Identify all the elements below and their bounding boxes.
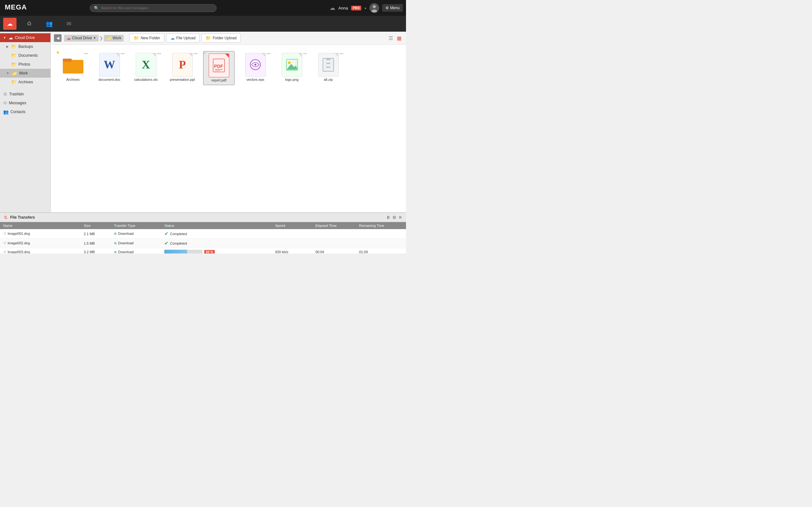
file-name-png: logo.png: [285, 78, 299, 81]
progress-fill: [164, 250, 187, 253]
checkmark-icon: ✔: [164, 240, 168, 246]
header-right: ☁ Anna PRO ● ⚙ Menu: [329, 3, 403, 13]
context-menu-icon[interactable]: •••: [194, 52, 198, 56]
nav-messages[interactable]: ✉: [63, 18, 75, 30]
list-view-button[interactable]: ☰: [387, 35, 394, 42]
transfer-row-status: 60 %: [161, 248, 272, 254]
svg-point-14: [288, 61, 291, 64]
breadcrumb-cloud-drive[interactable]: ☁ Cloud Drive ▼: [64, 35, 99, 42]
nav-cloud-drive[interactable]: ☁: [3, 18, 16, 30]
star-icon: ★: [202, 50, 206, 55]
sidebar-item-work[interactable]: ▼ 📁 Work: [0, 69, 50, 78]
gear-icon: ⚙: [386, 6, 389, 10]
transfer-row-remaining: [356, 229, 406, 239]
context-menu-icon[interactable]: •••: [120, 52, 125, 56]
svg-rect-17: [326, 58, 330, 60]
transfer-controls: ⏸ ⚙ ✕: [386, 215, 402, 220]
file-item-doc[interactable]: ••• W document.doc: [94, 51, 125, 85]
col-header-status: Status: [161, 222, 272, 229]
transfer-row-size: 3.2 MB: [81, 248, 111, 254]
transfer-row-speed: [272, 239, 312, 248]
context-menu-icon[interactable]: •••: [266, 52, 270, 56]
folder-icon-wrapper: [62, 54, 84, 76]
grid-view-button[interactable]: ▦: [396, 35, 403, 42]
transfer-row-status: ✔ Completed: [161, 239, 272, 248]
sidebar-item-messages[interactable]: ✉ Messages: [0, 99, 50, 107]
file-upload-icon: ☁: [170, 36, 175, 41]
sidebar-backups-label: Backups: [18, 44, 33, 49]
sidebar-item-archives[interactable]: 📁 Archives: [0, 78, 50, 87]
chevron-down-icon: ▼: [3, 36, 6, 39]
svg-rect-18: [326, 61, 330, 62]
app-header: MEGA 🔍 ☁ Anna PRO ● ⚙ Menu: [0, 0, 406, 16]
progress-percent: 60 %: [204, 250, 215, 254]
svg-text:PDF: PDF: [214, 64, 223, 69]
sidebar-item-documents[interactable]: ▶ 📁 Documents: [0, 51, 50, 60]
menu-button[interactable]: ⚙ Menu: [382, 4, 403, 12]
file-upload-label: File Upload: [176, 36, 196, 40]
sidebar-item-photos[interactable]: ▶ 📁 Photos: [0, 60, 50, 69]
nav-trash[interactable]: ♻: [23, 18, 36, 30]
file-upload-button[interactable]: ☁ File Upload: [166, 34, 200, 43]
back-button[interactable]: ◀: [54, 34, 61, 42]
breadcrumb-work[interactable]: 📁 Work: [104, 35, 124, 42]
file-item-xls[interactable]: ••• X calculations.xls: [130, 51, 162, 85]
progress-bar-wrap: 60 %: [164, 250, 269, 253]
transfer-row-type: ⊕Download: [111, 248, 161, 254]
new-folder-button[interactable]: 📁 New Folder: [130, 34, 164, 43]
file-item-pdf[interactable]: ★ PDF report.pdf: [203, 51, 235, 85]
file-item-archives[interactable]: ★ ••• Archives: [57, 51, 89, 85]
transfer-row: ↺Image002.dng1.5 MB⊕Download✔ Completed: [0, 239, 406, 248]
transfer-header: ⇅ File Transfers ⏸ ⚙ ✕: [0, 213, 406, 222]
folder-upload-label: Folder Upload: [212, 36, 236, 40]
online-indicator: ●: [364, 6, 366, 10]
sidebar-cloud-drive-label: Cloud Drive: [15, 36, 35, 40]
col-header-elapsed: Elapsed Time: [312, 222, 356, 229]
chevron-down-icon: ▼: [6, 72, 9, 75]
transfer-pause-button[interactable]: ⏸: [386, 215, 391, 220]
context-menu-icon[interactable]: •••: [84, 52, 88, 56]
breadcrumb-cloud-drive-label: Cloud Drive: [72, 36, 92, 40]
sidebar-photos-label: Photos: [18, 62, 30, 66]
avatar[interactable]: [369, 3, 379, 13]
transfer-row-remaining: [356, 239, 406, 248]
transfer-table: Name Size Transfer Type Status Speed Ela…: [0, 222, 406, 253]
search-input[interactable]: [101, 6, 164, 10]
file-item-eps[interactable]: ••• vectors.eps: [240, 51, 271, 85]
col-header-speed: Speed: [272, 222, 312, 229]
folder-icon-documents: 📁: [11, 53, 16, 58]
svg-rect-19: [326, 63, 330, 64]
transfer-row-name: ↺Image001.dng: [0, 229, 81, 239]
sidebar-item-cloud-drive[interactable]: ▼ ☁ Cloud Drive: [0, 33, 50, 42]
file-item-ppt[interactable]: ••• P presentation.ppt: [166, 51, 198, 85]
transfer-row-size: 1.5 MB: [81, 239, 111, 248]
file-item-zip[interactable]: ••• all.zip: [312, 51, 344, 85]
nav-contacts[interactable]: 👥: [42, 18, 56, 30]
messages-icon: ✉: [3, 101, 7, 106]
new-folder-label: New Folder: [141, 36, 160, 40]
folder-icon-archives: 📁: [11, 79, 16, 84]
messages-nav-icon: ✉: [67, 20, 71, 27]
transfer-close-button[interactable]: ✕: [398, 215, 402, 220]
context-menu-icon[interactable]: •••: [303, 52, 307, 56]
svg-text:MEGA: MEGA: [5, 3, 27, 11]
svg-rect-20: [326, 65, 330, 66]
doc-icon-wrapper: W: [98, 54, 120, 76]
chevron-right-icon: ▶: [6, 45, 9, 48]
transfer-icon: ⇅: [4, 215, 8, 220]
sidebar-item-contacts[interactable]: 👥 Contacts: [0, 107, 50, 116]
sidebar-item-backups[interactable]: ▶ 📁 Backups: [0, 42, 50, 51]
content-area: ◀ ☁ Cloud Drive ▼ ❯ 📁 Work 📁 New Folder: [51, 32, 406, 212]
sidebar-item-trashbin[interactable]: ♻ Trashbin: [0, 90, 50, 99]
main-layout: ▼ ☁ Cloud Drive ▶ 📁 Backups ▶ 📁 Document…: [0, 32, 406, 212]
file-item-png[interactable]: ••• logo.png: [276, 51, 308, 85]
status-completed: ✔ Completed: [164, 231, 269, 237]
sidebar-documents-label: Documents: [18, 53, 38, 58]
search-bar[interactable]: 🔍: [90, 4, 217, 12]
context-menu-icon[interactable]: •••: [339, 52, 344, 56]
transfer-settings-button[interactable]: ⚙: [392, 215, 397, 220]
folder-upload-button[interactable]: 📁 Folder Upload: [201, 34, 241, 43]
cloud-status-icon: ☁: [329, 4, 335, 11]
context-menu-icon[interactable]: •••: [157, 52, 161, 56]
file-name-ppt: presentation.ppt: [170, 78, 195, 81]
